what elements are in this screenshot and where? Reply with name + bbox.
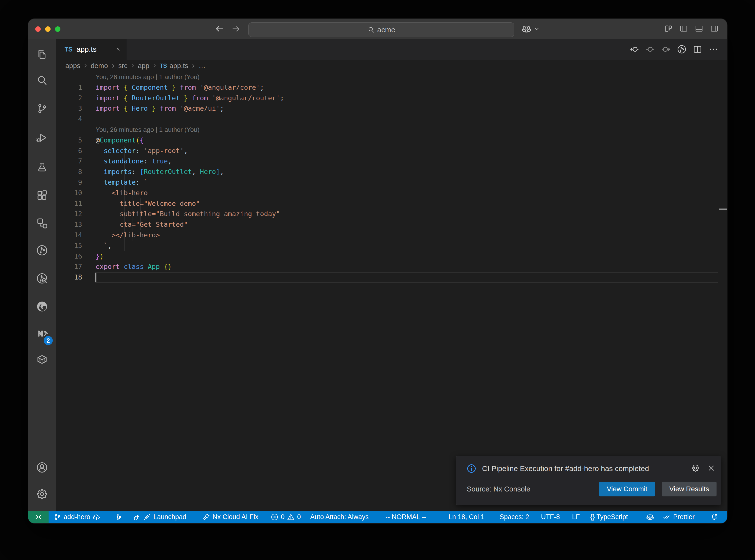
breadcrumb-item[interactable]: demo xyxy=(91,62,108,70)
history-back-icon[interactable] xyxy=(215,24,224,34)
activity-gitlens-inspect[interactable] xyxy=(28,266,56,291)
breadcrumb-item[interactable]: app xyxy=(138,62,150,70)
copilot-menu[interactable] xyxy=(521,24,540,34)
status-commit-graph[interactable] xyxy=(114,511,122,523)
status-bar: add-heroLaunchpadNx Cloud AI Fix00Auto A… xyxy=(28,511,727,523)
git-blame-annotation[interactable]: You, 26 minutes ago | 1 author (You) xyxy=(56,124,719,135)
activity-accounts[interactable] xyxy=(28,455,56,480)
toggle-primary-sidebar-icon[interactable] xyxy=(679,24,688,33)
double-check-icon xyxy=(663,513,671,521)
chevron-right-icon xyxy=(110,63,116,69)
line-number: 13 xyxy=(56,219,82,230)
status-encoding[interactable]: UTF-8 xyxy=(541,511,560,523)
status-launchpad[interactable]: Launchpad xyxy=(133,511,186,523)
chevron-right-icon xyxy=(190,63,197,69)
status-problems[interactable]: 00 xyxy=(271,511,301,523)
activity-settings[interactable] xyxy=(28,482,56,506)
activity-bar: 2 xyxy=(28,39,56,511)
overview-ruler[interactable] xyxy=(719,60,719,511)
line-number: 1 xyxy=(56,82,82,93)
nav-current-change-icon[interactable] xyxy=(645,44,655,54)
debug-icon xyxy=(36,132,48,144)
status-notifications[interactable] xyxy=(710,511,718,523)
activity-run-debug[interactable] xyxy=(28,125,56,150)
search-icon xyxy=(367,26,375,34)
tab-close-icon[interactable] xyxy=(116,46,120,53)
activity-nx-console[interactable]: 2 xyxy=(28,321,56,346)
status-eol[interactable]: LF xyxy=(572,511,580,523)
breadcrumb-item[interactable]: apps xyxy=(65,62,80,70)
line-number: 12 xyxy=(56,209,82,219)
line-number: 2 xyxy=(56,93,82,103)
line-number: 17 xyxy=(56,261,82,272)
nav-next-change-icon[interactable] xyxy=(661,44,671,54)
typescript-file-icon: TS xyxy=(65,46,73,53)
activity-extensions[interactable] xyxy=(28,183,56,207)
status-cursor-position[interactable]: Ln 18, Col 1 xyxy=(449,511,484,523)
breadcrumb-item[interactable]: src xyxy=(118,62,127,70)
window-zoom-button[interactable] xyxy=(55,26,60,32)
window-minimize-button[interactable] xyxy=(45,26,51,32)
rocket-icon xyxy=(133,513,141,521)
editor-actions xyxy=(630,39,718,60)
git-blame-annotation[interactable]: You, 26 minutes ago | 1 author (You) xyxy=(56,72,719,82)
activity-project-graph[interactable] xyxy=(28,211,56,235)
status-indentation[interactable]: Spaces: 2 xyxy=(500,511,529,523)
remote-indicator[interactable] xyxy=(28,511,48,523)
layout-controls xyxy=(664,24,719,33)
chevron-down-icon xyxy=(534,26,540,32)
overview-ruler-cursor-mark xyxy=(719,208,727,210)
gitlens-icon xyxy=(36,244,48,256)
line-number: 14 xyxy=(56,230,82,241)
notification-settings-icon[interactable] xyxy=(691,464,700,472)
chevron-right-icon xyxy=(130,63,136,69)
view-commit-button[interactable]: View Commit xyxy=(599,482,655,496)
history-forward-icon[interactable] xyxy=(231,24,241,34)
activity-gitlens[interactable] xyxy=(28,238,56,262)
status-auto-attach[interactable]: Auto Attach: Always xyxy=(310,511,369,523)
code-line-2: 2import { RouterOutlet } from '@angular/… xyxy=(56,93,719,103)
status-prettier[interactable]: Prettier xyxy=(663,511,695,523)
line-number: 11 xyxy=(56,198,82,209)
status-nx-cloud[interactable]: Nx Cloud AI Fix xyxy=(202,511,258,523)
code-editor[interactable]: You, 26 minutes ago | 1 author (You)1imp… xyxy=(56,72,719,283)
command-center-text: acme xyxy=(377,26,395,34)
gitlens-graph-icon[interactable] xyxy=(677,44,687,54)
tab-label: app.ts xyxy=(76,45,97,54)
code-line-12: 12 subtitle="Build something amazing tod… xyxy=(56,209,719,219)
copilot-icon xyxy=(646,513,654,521)
code-line-6: 6 selector: 'app-root', xyxy=(56,146,719,156)
view-results-button[interactable]: View Results xyxy=(662,482,717,496)
files-icon xyxy=(36,48,48,60)
nav-previous-change-icon[interactable] xyxy=(630,44,639,54)
command-center-search[interactable]: acme xyxy=(248,22,514,37)
status-copilot[interactable] xyxy=(646,511,654,523)
more-actions-icon[interactable] xyxy=(709,44,718,54)
hierarchy-icon xyxy=(36,217,48,229)
tab-app-ts[interactable]: TS app.ts xyxy=(56,39,126,60)
line-number: 7 xyxy=(56,156,82,167)
breadcrumb-symbol[interactable]: … xyxy=(198,62,205,70)
code-line-7: 7 standalone: true, xyxy=(56,156,719,167)
activity-source-control[interactable] xyxy=(28,96,56,121)
window-close-button[interactable] xyxy=(35,26,41,32)
breadcrumb-file-icon: TS xyxy=(160,63,167,69)
error-icon xyxy=(271,513,279,521)
toggle-panel-icon[interactable] xyxy=(695,24,703,33)
activity-edge-tools[interactable] xyxy=(28,294,56,319)
toggle-secondary-sidebar-icon[interactable] xyxy=(710,24,719,33)
customize-layout-icon[interactable] xyxy=(664,24,673,33)
notification-close-icon[interactable] xyxy=(707,464,716,472)
breadcrumb-file[interactable]: app.ts xyxy=(170,62,188,70)
status-language[interactable]: {} TypeScript xyxy=(590,511,628,523)
title-bar: acme xyxy=(28,19,727,39)
split-editor-icon[interactable] xyxy=(693,44,702,54)
status-vim-mode[interactable]: -- NORMAL -- xyxy=(385,511,426,523)
activity-explorer[interactable] xyxy=(28,42,56,66)
line-number: 18 xyxy=(56,272,82,283)
activity-search[interactable] xyxy=(28,68,56,93)
status-branch[interactable]: add-hero xyxy=(53,511,101,523)
activity-containers[interactable] xyxy=(28,347,56,372)
bell-dot-icon xyxy=(710,513,718,521)
activity-testing[interactable] xyxy=(28,155,56,179)
